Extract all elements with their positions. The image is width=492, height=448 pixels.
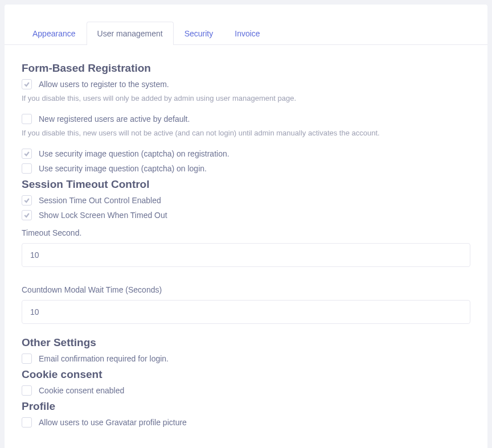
timeout-second-input[interactable] <box>22 243 470 267</box>
allow-register-row: Allow users to register to the system. <box>22 79 470 89</box>
captcha-login-label[interactable]: Use security image question (captcha) on… <box>39 164 207 173</box>
form-registration-heading: Form-Based Registration <box>22 62 470 75</box>
check-icon <box>23 150 30 157</box>
email-confirm-label[interactable]: Email confirmation required for login. <box>39 354 169 363</box>
other-settings-heading: Other Settings <box>22 336 470 349</box>
allow-register-label[interactable]: Allow users to register to the system. <box>39 80 169 89</box>
active-default-label[interactable]: New registered users are active by defau… <box>39 114 190 124</box>
captcha-login-checkbox[interactable] <box>22 163 32 174</box>
tab-invoice[interactable]: Invoice <box>224 22 270 45</box>
allow-register-help: If you disable this, users will only be … <box>22 94 470 102</box>
email-confirm-row: Email confirmation required for login. <box>22 354 470 364</box>
cookie-consent-checkbox[interactable] <box>22 385 32 396</box>
cookie-consent-heading: Cookie consent <box>22 368 470 381</box>
active-default-checkbox[interactable] <box>22 114 32 124</box>
timeout-second-label: Timeout Second. <box>22 228 470 237</box>
countdown-label: Countdown Modal Wait Time (Seconds) <box>22 285 470 294</box>
tab-content: Form-Based Registration Allow users to r… <box>5 45 487 448</box>
tabs-nav: Appearance User management Security Invo… <box>5 5 487 45</box>
profile-heading: Profile <box>22 400 470 413</box>
active-default-help: If you disable this, new users will not … <box>22 129 470 137</box>
captcha-register-row: Use security image question (captcha) on… <box>22 149 470 159</box>
captcha-register-label[interactable]: Use security image question (captcha) on… <box>39 149 229 158</box>
lock-screen-label[interactable]: Show Lock Screen When Timed Out <box>39 211 167 220</box>
session-enabled-checkbox[interactable] <box>22 195 32 205</box>
countdown-input[interactable] <box>22 300 470 324</box>
gravatar-label[interactable]: Allow users to use Gravatar profile pict… <box>39 418 187 427</box>
session-timeout-heading: Session Timeout Control <box>22 178 470 191</box>
gravatar-row: Allow users to use Gravatar profile pict… <box>22 417 470 428</box>
captcha-register-checkbox[interactable] <box>22 149 32 159</box>
tab-security[interactable]: Security <box>174 22 224 45</box>
active-default-row: New registered users are active by defau… <box>22 114 470 124</box>
check-icon <box>23 81 30 88</box>
session-enabled-row: Session Time Out Control Enabled <box>22 195 470 205</box>
cookie-consent-label[interactable]: Cookie consent enabled <box>39 386 124 395</box>
lock-screen-checkbox[interactable] <box>22 210 32 220</box>
check-icon <box>23 212 30 219</box>
tab-user-management[interactable]: User management <box>87 22 174 45</box>
email-confirm-checkbox[interactable] <box>22 354 32 364</box>
lock-screen-row: Show Lock Screen When Timed Out <box>22 210 470 220</box>
settings-card: Appearance User management Security Invo… <box>5 5 487 448</box>
allow-register-checkbox[interactable] <box>22 79 32 89</box>
session-enabled-label[interactable]: Session Time Out Control Enabled <box>39 196 161 205</box>
captcha-login-row: Use security image question (captcha) on… <box>22 163 470 174</box>
cookie-consent-row: Cookie consent enabled <box>22 385 470 396</box>
tab-appearance[interactable]: Appearance <box>22 22 87 45</box>
check-icon <box>23 197 30 204</box>
gravatar-checkbox[interactable] <box>22 417 32 428</box>
